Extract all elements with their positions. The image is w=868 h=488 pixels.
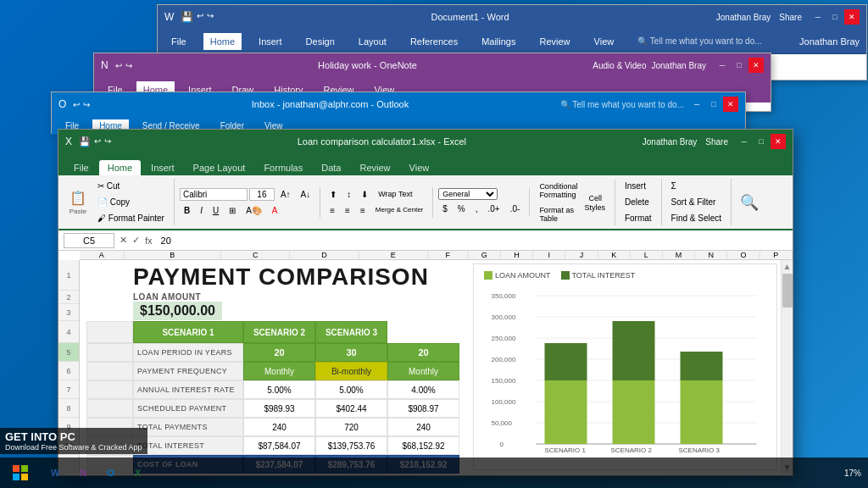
excel-tab-view[interactable]: View	[401, 160, 438, 175]
word-tab-review[interactable]: Review	[533, 33, 577, 50]
onenote-close-btn[interactable]: ✕	[748, 58, 764, 73]
excel-tab-review[interactable]: Review	[351, 160, 398, 175]
formula-bar-cancel[interactable]: ✕	[120, 235, 127, 246]
border-btn[interactable]: ⊞	[225, 203, 240, 218]
wrap-text-btn[interactable]: Wrap Text	[374, 187, 416, 202]
underline-btn[interactable]: U	[209, 203, 223, 218]
start-button[interactable]	[0, 458, 41, 488]
excel-tab-insert[interactable]: Insert	[142, 160, 183, 175]
onenote-redo-icon[interactable]: ↪	[125, 61, 132, 70]
word-tab-mailings[interactable]: Mailings	[475, 33, 522, 50]
formula-bar-insert-function[interactable]: fx	[145, 236, 153, 246]
word-save-icon[interactable]: 💾	[181, 11, 193, 23]
formula-bar-confirm[interactable]: ✓	[132, 235, 140, 246]
format-painter-btn[interactable]: 🖌 Format Painter	[93, 211, 169, 225]
s2-interest-rate[interactable]: 5.00%	[315, 380, 387, 399]
word-minimize-btn[interactable]: ─	[810, 9, 826, 25]
cell-styles-btn[interactable]: CellStyles	[584, 191, 609, 214]
number-format-select[interactable]: General Number Currency	[438, 188, 498, 200]
excel-minimize-btn[interactable]: ─	[737, 134, 752, 149]
excel-undo-icon[interactable]: ↩	[94, 136, 101, 147]
scroll-up-btn[interactable]: ▲	[782, 260, 793, 273]
s3-total-payments[interactable]: 240	[387, 418, 459, 436]
font-name-input[interactable]: Calibri	[180, 188, 248, 201]
align-left-btn[interactable]: ≡	[326, 203, 339, 218]
cut-btn[interactable]: ✂ Cut	[93, 179, 169, 193]
font-size-input[interactable]: 16	[249, 188, 275, 201]
align-bottom-btn[interactable]: ⬇	[357, 187, 372, 202]
word-share-btn[interactable]: Share	[779, 13, 802, 22]
s1-total-payments[interactable]: 240	[243, 418, 315, 436]
excel-tab-home[interactable]: Home	[99, 160, 141, 175]
percent-btn[interactable]: %	[453, 202, 470, 216]
excel-tab-file[interactable]: File	[65, 160, 97, 175]
copy-btn[interactable]: 📄 Copy	[93, 195, 169, 209]
increase-decimal-btn[interactable]: .0+	[484, 202, 504, 216]
s1-interest-rate[interactable]: 5.00%	[243, 380, 315, 399]
vertical-scrollbar[interactable]: ▲ ▼	[781, 260, 793, 474]
format-btn[interactable]: Format	[620, 211, 656, 225]
search-icon[interactable]: 🔍	[737, 191, 762, 214]
excel-tab-formulas[interactable]: Formulas	[255, 160, 311, 175]
s3-loan-period[interactable]: 20	[387, 343, 459, 362]
outlook-close-btn[interactable]: ✕	[723, 97, 738, 112]
formula-input[interactable]	[158, 234, 787, 247]
paste-btn[interactable]: 📋	[65, 189, 91, 207]
s3-scheduled-payment[interactable]: $908.97	[387, 399, 459, 418]
onenote-minimize-btn[interactable]: ─	[715, 58, 730, 73]
comma-btn[interactable]: ,	[471, 202, 482, 216]
s2-total-payments[interactable]: 720	[315, 418, 387, 436]
outlook-minimize-btn[interactable]: ─	[689, 97, 704, 112]
s1-loan-period[interactable]: 20	[243, 343, 315, 362]
word-tab-file[interactable]: File	[164, 33, 193, 50]
s2-loan-period[interactable]: 30	[315, 343, 387, 362]
scroll-thumb[interactable]	[782, 274, 793, 308]
sort-filter-btn[interactable]: Sort & Filter	[667, 195, 726, 209]
conditional-formatting-btn[interactable]: ConditionalFormatting	[535, 180, 581, 202]
fill-color-btn[interactable]: A🎨	[242, 203, 266, 218]
onenote-undo-icon[interactable]: ↩	[115, 61, 122, 70]
find-select-btn[interactable]: Find & Select	[667, 211, 726, 225]
word-redo-icon[interactable]: ↪	[207, 11, 214, 23]
align-right-btn[interactable]: ≡	[356, 203, 370, 218]
delete-btn[interactable]: Delete	[620, 195, 656, 209]
excel-save-icon[interactable]: 💾	[79, 136, 91, 147]
format-as-table-btn[interactable]: Format asTable	[535, 203, 581, 225]
word-tab-home[interactable]: Home	[203, 33, 242, 50]
font-color-btn[interactable]: A	[268, 203, 282, 218]
taskbar-onenote[interactable]: N	[70, 458, 97, 488]
taskbar-outlook[interactable]: O	[97, 458, 125, 488]
excel-share-btn[interactable]: Share	[705, 137, 728, 147]
cell-reference-box[interactable]	[64, 233, 114, 248]
excel-tab-pagelayout[interactable]: Page Layout	[185, 160, 254, 175]
word-tell-me[interactable]: 🔍 Tell me what you want to do...	[637, 36, 761, 46]
taskbar-excel[interactable]: X	[125, 458, 151, 488]
increase-font-btn[interactable]: A↑	[276, 187, 295, 202]
word-undo-icon[interactable]: ↩	[197, 11, 203, 23]
word-tab-references[interactable]: References	[403, 33, 465, 50]
insert-btn[interactable]: Insert	[620, 179, 656, 193]
outlook-maximize-btn[interactable]: □	[706, 97, 721, 112]
excel-redo-icon[interactable]: ↪	[104, 136, 111, 147]
excel-close-btn[interactable]: ✕	[771, 134, 786, 149]
s2-payment-freq[interactable]: Bi-monthly	[315, 362, 387, 380]
word-close-btn[interactable]: ✕	[844, 9, 860, 25]
autosum-btn[interactable]: Σ	[667, 179, 726, 193]
excel-maximize-btn[interactable]: □	[754, 134, 769, 149]
s1-payment-freq[interactable]: Monthly	[243, 362, 315, 380]
word-maximize-btn[interactable]: □	[827, 9, 843, 25]
outlook-tell-me[interactable]: 🔍 Tell me what you want to do...	[560, 100, 684, 109]
s3-total-interest[interactable]: $68,152.92	[387, 436, 459, 455]
decrease-decimal-btn[interactable]: .0-	[506, 202, 525, 216]
currency-btn[interactable]: $	[438, 202, 452, 216]
taskbar-word[interactable]: W	[41, 458, 70, 488]
excel-tab-data[interactable]: Data	[313, 160, 349, 175]
s1-total-interest[interactable]: $87,584.07	[243, 436, 315, 455]
word-tab-insert[interactable]: Insert	[252, 33, 289, 50]
decrease-font-btn[interactable]: A↓	[297, 187, 315, 202]
align-center-btn[interactable]: ≡	[341, 203, 354, 218]
s3-interest-rate[interactable]: 4.00%	[387, 380, 459, 399]
word-tab-design[interactable]: Design	[299, 33, 342, 50]
italic-btn[interactable]: I	[196, 203, 207, 218]
s2-scheduled-payment[interactable]: $402.44	[315, 399, 387, 418]
